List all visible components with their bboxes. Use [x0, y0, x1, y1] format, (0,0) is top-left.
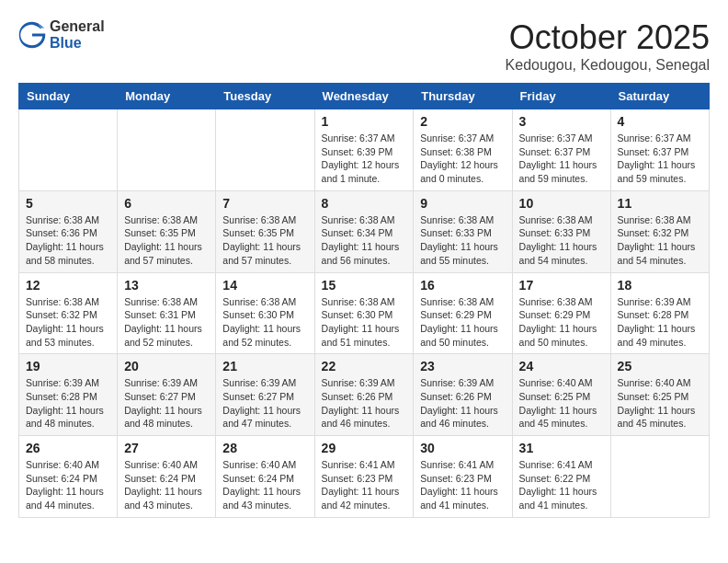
day-detail: Sunrise: 6:38 AM Sunset: 6:35 PM Dayligh…: [222, 213, 307, 268]
title-section: October 2025 Kedougou, Kedougou, Senegal: [506, 18, 710, 74]
table-cell: [118, 109, 216, 191]
table-cell: 22Sunrise: 6:39 AM Sunset: 6:26 PM Dayli…: [314, 354, 414, 436]
day-detail: Sunrise: 6:38 AM Sunset: 6:34 PM Dayligh…: [322, 213, 407, 268]
day-number: 14: [222, 278, 307, 293]
col-tuesday: Tuesday: [216, 84, 314, 109]
table-cell: 26Sunrise: 6:40 AM Sunset: 6:24 PM Dayli…: [19, 436, 118, 518]
day-number: 28: [222, 441, 307, 455]
month-title: October 2025: [506, 18, 710, 57]
day-detail: Sunrise: 6:37 AM Sunset: 6:39 PM Dayligh…: [322, 132, 407, 186]
table-cell: 12Sunrise: 6:38 AM Sunset: 6:32 PM Dayli…: [19, 272, 118, 354]
table-cell: 13Sunrise: 6:38 AM Sunset: 6:31 PM Dayli…: [118, 272, 216, 354]
day-number: 25: [618, 359, 702, 373]
day-number: 30: [420, 441, 505, 455]
table-cell: 11Sunrise: 6:38 AM Sunset: 6:32 PM Dayli…: [610, 190, 709, 272]
day-number: 24: [519, 359, 604, 373]
table-cell: 9Sunrise: 6:38 AM Sunset: 6:33 PM Daylig…: [414, 190, 512, 272]
day-detail: Sunrise: 6:41 AM Sunset: 6:23 PM Dayligh…: [322, 458, 407, 512]
day-detail: Sunrise: 6:41 AM Sunset: 6:22 PM Dayligh…: [519, 458, 604, 512]
col-saturday: Saturday: [610, 84, 709, 109]
day-detail: Sunrise: 6:40 AM Sunset: 6:24 PM Dayligh…: [26, 458, 110, 512]
table-cell: 7Sunrise: 6:38 AM Sunset: 6:35 PM Daylig…: [216, 190, 314, 272]
day-number: 26: [26, 441, 110, 455]
day-detail: Sunrise: 6:37 AM Sunset: 6:37 PM Dayligh…: [618, 132, 702, 186]
table-cell: 27Sunrise: 6:40 AM Sunset: 6:24 PM Dayli…: [118, 436, 216, 518]
table-cell: 5Sunrise: 6:38 AM Sunset: 6:36 PM Daylig…: [19, 190, 118, 272]
logo-icon: [18, 21, 46, 49]
day-number: 19: [26, 359, 110, 373]
table-cell: 31Sunrise: 6:41 AM Sunset: 6:22 PM Dayli…: [512, 436, 610, 518]
day-detail: Sunrise: 6:40 AM Sunset: 6:25 PM Dayligh…: [618, 376, 702, 431]
table-cell: 1Sunrise: 6:37 AM Sunset: 6:39 PM Daylig…: [314, 109, 414, 191]
day-detail: Sunrise: 6:37 AM Sunset: 6:37 PM Dayligh…: [519, 132, 604, 186]
logo-general-text: General: [50, 18, 105, 35]
table-cell: 23Sunrise: 6:39 AM Sunset: 6:26 PM Dayli…: [414, 354, 512, 436]
logo-blue-text: Blue: [50, 35, 105, 52]
week-row-4: 19Sunrise: 6:39 AM Sunset: 6:28 PM Dayli…: [19, 354, 710, 436]
week-row-3: 12Sunrise: 6:38 AM Sunset: 6:32 PM Dayli…: [19, 272, 710, 354]
table-cell: 18Sunrise: 6:39 AM Sunset: 6:28 PM Dayli…: [610, 272, 709, 354]
day-detail: Sunrise: 6:38 AM Sunset: 6:32 PM Dayligh…: [26, 295, 110, 350]
table-cell: 19Sunrise: 6:39 AM Sunset: 6:28 PM Dayli…: [19, 354, 118, 436]
day-number: 27: [124, 441, 209, 455]
table-cell: 8Sunrise: 6:38 AM Sunset: 6:34 PM Daylig…: [314, 190, 414, 272]
table-cell: 17Sunrise: 6:38 AM Sunset: 6:29 PM Dayli…: [512, 272, 610, 354]
day-number: 22: [322, 359, 407, 373]
table-cell: 4Sunrise: 6:37 AM Sunset: 6:37 PM Daylig…: [610, 109, 709, 191]
day-number: 6: [124, 196, 209, 211]
col-monday: Monday: [118, 84, 216, 109]
day-detail: Sunrise: 6:39 AM Sunset: 6:26 PM Dayligh…: [420, 376, 505, 431]
day-number: 13: [124, 278, 209, 293]
col-thursday: Thursday: [414, 84, 512, 109]
table-cell: 2Sunrise: 6:37 AM Sunset: 6:38 PM Daylig…: [414, 109, 512, 191]
table-cell: 15Sunrise: 6:38 AM Sunset: 6:30 PM Dayli…: [314, 272, 414, 354]
day-detail: Sunrise: 6:38 AM Sunset: 6:29 PM Dayligh…: [519, 295, 604, 350]
day-number: 23: [420, 359, 505, 373]
day-detail: Sunrise: 6:39 AM Sunset: 6:27 PM Dayligh…: [124, 376, 209, 431]
day-number: 10: [519, 196, 604, 211]
day-number: 20: [124, 359, 209, 373]
page-header: General Blue October 2025 Kedougou, Kedo…: [18, 18, 710, 74]
table-cell: 29Sunrise: 6:41 AM Sunset: 6:23 PM Dayli…: [314, 436, 414, 518]
table-cell: [610, 436, 709, 518]
day-number: 7: [222, 196, 307, 211]
table-cell: 20Sunrise: 6:39 AM Sunset: 6:27 PM Dayli…: [118, 354, 216, 436]
week-row-5: 26Sunrise: 6:40 AM Sunset: 6:24 PM Dayli…: [19, 436, 710, 518]
week-row-1: 1Sunrise: 6:37 AM Sunset: 6:39 PM Daylig…: [19, 109, 710, 191]
col-sunday: Sunday: [19, 84, 118, 109]
day-number: 11: [618, 196, 702, 211]
day-detail: Sunrise: 6:38 AM Sunset: 6:30 PM Dayligh…: [322, 295, 407, 350]
day-detail: Sunrise: 6:40 AM Sunset: 6:24 PM Dayligh…: [124, 458, 209, 512]
day-detail: Sunrise: 6:38 AM Sunset: 6:33 PM Dayligh…: [519, 213, 604, 268]
day-number: 9: [420, 196, 505, 211]
day-number: 4: [618, 114, 702, 129]
table-cell: 16Sunrise: 6:38 AM Sunset: 6:29 PM Dayli…: [414, 272, 512, 354]
day-number: 17: [519, 278, 604, 293]
day-detail: Sunrise: 6:38 AM Sunset: 6:29 PM Dayligh…: [420, 295, 505, 350]
day-number: 16: [420, 278, 505, 293]
day-detail: Sunrise: 6:38 AM Sunset: 6:30 PM Dayligh…: [222, 295, 307, 350]
day-number: 31: [519, 441, 604, 455]
logo: General Blue: [18, 18, 105, 51]
day-detail: Sunrise: 6:39 AM Sunset: 6:28 PM Dayligh…: [26, 376, 110, 431]
day-detail: Sunrise: 6:37 AM Sunset: 6:38 PM Dayligh…: [420, 132, 505, 186]
calendar-header-row: Sunday Monday Tuesday Wednesday Thursday…: [19, 84, 710, 109]
day-detail: Sunrise: 6:40 AM Sunset: 6:24 PM Dayligh…: [222, 458, 307, 512]
table-cell: 28Sunrise: 6:40 AM Sunset: 6:24 PM Dayli…: [216, 436, 314, 518]
day-number: 3: [519, 114, 604, 129]
day-detail: Sunrise: 6:38 AM Sunset: 6:35 PM Dayligh…: [124, 213, 209, 268]
table-cell: [19, 109, 118, 191]
day-number: 5: [26, 196, 110, 211]
table-cell: 3Sunrise: 6:37 AM Sunset: 6:37 PM Daylig…: [512, 109, 610, 191]
col-wednesday: Wednesday: [314, 84, 414, 109]
table-cell: 6Sunrise: 6:38 AM Sunset: 6:35 PM Daylig…: [118, 190, 216, 272]
day-detail: Sunrise: 6:38 AM Sunset: 6:32 PM Dayligh…: [618, 213, 702, 268]
day-number: 1: [322, 114, 407, 129]
table-cell: 21Sunrise: 6:39 AM Sunset: 6:27 PM Dayli…: [216, 354, 314, 436]
col-friday: Friday: [512, 84, 610, 109]
day-detail: Sunrise: 6:39 AM Sunset: 6:26 PM Dayligh…: [322, 376, 407, 431]
day-number: 15: [322, 278, 407, 293]
table-cell: 25Sunrise: 6:40 AM Sunset: 6:25 PM Dayli…: [610, 354, 709, 436]
day-detail: Sunrise: 6:40 AM Sunset: 6:25 PM Dayligh…: [519, 376, 604, 431]
day-number: 8: [322, 196, 407, 211]
